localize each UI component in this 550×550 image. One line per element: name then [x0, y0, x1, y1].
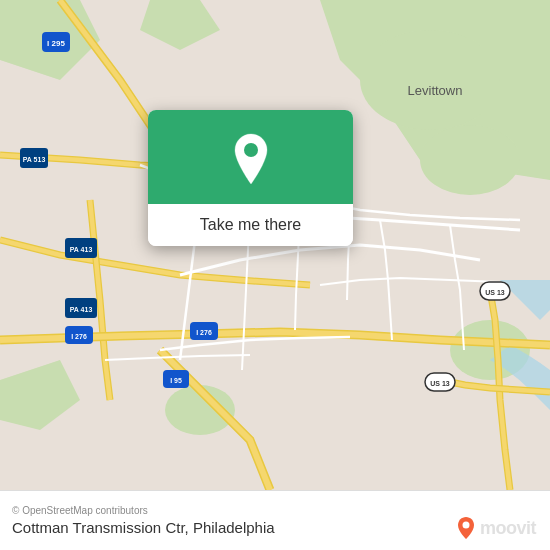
moovit-logo: moovit — [456, 516, 536, 540]
svg-text:PA 413: PA 413 — [70, 246, 93, 253]
location-pin-icon — [229, 132, 273, 186]
svg-text:US 13: US 13 — [430, 380, 450, 387]
svg-point-28 — [244, 143, 258, 157]
svg-text:I 95: I 95 — [170, 377, 182, 384]
svg-text:US 13: US 13 — [485, 289, 505, 296]
svg-text:I 276: I 276 — [71, 333, 87, 340]
take-me-there-button[interactable]: Take me there — [148, 204, 353, 246]
bottom-bar: © OpenStreetMap contributors Cottman Tra… — [0, 490, 550, 550]
svg-text:I 295: I 295 — [47, 39, 65, 48]
svg-text:I 276: I 276 — [196, 329, 212, 336]
svg-point-5 — [420, 125, 520, 195]
moovit-brand-text: moovit — [480, 518, 536, 539]
map-attribution: © OpenStreetMap contributors — [12, 505, 538, 516]
moovit-pin-icon — [456, 516, 476, 540]
map-container: I 295 PA 513 PA 413 PA 413 I 276 I 276 I… — [0, 0, 550, 490]
svg-point-29 — [462, 522, 469, 529]
svg-text:PA 413: PA 413 — [70, 306, 93, 313]
popup-green-area — [148, 110, 353, 204]
svg-text:Levittown: Levittown — [408, 83, 463, 98]
svg-text:PA 513: PA 513 — [23, 156, 46, 163]
svg-point-4 — [360, 30, 500, 130]
popup-card: Take me there — [148, 110, 353, 246]
